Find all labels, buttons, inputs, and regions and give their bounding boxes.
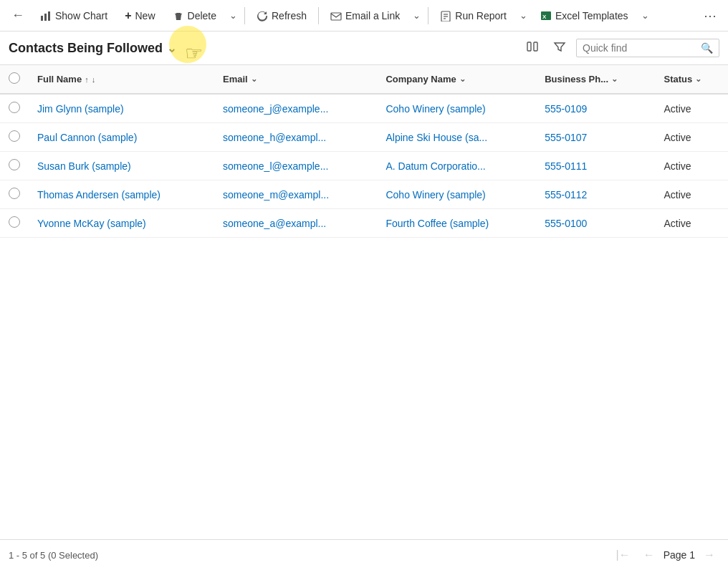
full-name-link[interactable]: Susan Burk (sample) <box>37 160 131 172</box>
select-all-radio[interactable] <box>9 72 20 84</box>
row-select-cell[interactable] <box>0 180 29 209</box>
table-row: Jim Glynn (sample) someone_j@example... … <box>0 94 728 123</box>
cell-business-phone: 555-0111 <box>536 152 655 180</box>
sort-asc-icon[interactable]: ↑ <box>85 75 89 84</box>
full-name-link[interactable]: Jim Glynn (sample) <box>37 103 124 115</box>
filter-icon <box>553 40 566 53</box>
row-radio-0[interactable] <box>9 102 20 113</box>
title-dropdown-chevron[interactable]: ⌄ <box>167 42 176 55</box>
show-chart-label: Show Chart <box>55 10 107 21</box>
refresh-button[interactable]: Refresh <box>249 6 314 26</box>
svg-rect-2 <box>48 11 50 21</box>
phone-link[interactable]: 555-0111 <box>545 160 587 172</box>
cell-status: Active <box>656 180 728 209</box>
col-header-status[interactable]: Status ⌄ <box>656 65 728 94</box>
phone-link[interactable]: 555-0107 <box>545 132 587 143</box>
filter-button[interactable] <box>549 37 570 59</box>
select-all-header[interactable] <box>0 65 29 94</box>
row-select-cell[interactable] <box>0 94 29 123</box>
svg-rect-1 <box>44 14 47 21</box>
col-label-full-name: Full Name <box>37 74 82 84</box>
table-row: Yvonne McKay (sample) someone_a@exampl..… <box>0 209 728 238</box>
svg-text:X: X <box>542 14 547 20</box>
email-link[interactable]: someone_m@exampl... <box>223 189 329 201</box>
cell-business-phone: 555-0107 <box>536 123 655 152</box>
row-radio-3[interactable] <box>9 188 20 199</box>
email-sort-icon[interactable]: ⌄ <box>251 74 257 84</box>
cell-business-phone: 555-0112 <box>536 180 655 209</box>
row-radio-2[interactable] <box>9 159 20 170</box>
list-header: Contacts Being Followed ⌄ 🔍 <box>0 32 728 65</box>
phone-link[interactable]: 555-0112 <box>545 189 587 201</box>
row-select-cell[interactable] <box>0 123 29 152</box>
company-name-link[interactable]: A. Datum Corporatio... <box>385 160 485 172</box>
email-link[interactable]: someone_l@example... <box>223 160 328 172</box>
cell-company-name: Alpine Ski House (sa... <box>377 123 536 152</box>
row-select-cell[interactable] <box>0 152 29 180</box>
cell-full-name: Yvonne McKay (sample) <box>29 209 214 238</box>
excel-dropdown-button[interactable]: ⌄ <box>638 6 652 25</box>
sort-desc-icon[interactable]: ↓ <box>92 75 96 84</box>
list-title-text: Contacts Being Followed <box>9 41 163 56</box>
email-link[interactable]: someone_j@example... <box>223 103 328 115</box>
row-select-cell[interactable] <box>0 209 29 238</box>
column-chooser-button[interactable] <box>522 37 543 59</box>
excel-templates-button[interactable]: X Excel Templates <box>533 6 636 26</box>
email-dropdown-button[interactable]: ⌄ <box>410 6 423 25</box>
full-name-link[interactable]: Paul Cannon (sample) <box>37 132 137 143</box>
table-container: Full Name ↑ ↓ Email ⌄ Company Name ⌄ <box>0 65 728 238</box>
svg-rect-12 <box>527 42 531 51</box>
row-radio-4[interactable] <box>9 216 20 228</box>
more-options-button[interactable]: ⋯ <box>698 4 722 28</box>
col-header-email[interactable]: Email ⌄ <box>214 65 377 94</box>
cell-email: someone_h@exampl... <box>214 123 377 152</box>
search-input[interactable] <box>583 42 696 54</box>
full-name-link[interactable]: Thomas Andersen (sample) <box>37 189 161 201</box>
email-link-button[interactable]: Email a Link <box>323 6 407 26</box>
back-button[interactable]: ← <box>6 4 30 27</box>
cell-full-name: Paul Cannon (sample) <box>29 123 214 152</box>
email-link-label: Email a Link <box>345 10 400 21</box>
plus-icon: + <box>125 9 131 22</box>
header-actions: 🔍 <box>522 37 719 59</box>
email-link[interactable]: someone_h@exampl... <box>223 132 326 143</box>
search-icon: 🔍 <box>701 42 713 54</box>
col-header-full-name[interactable]: Full Name ↑ ↓ <box>29 65 214 94</box>
table-row: Paul Cannon (sample) someone_h@exampl...… <box>0 123 728 152</box>
status-sort-icon[interactable]: ⌄ <box>695 74 701 84</box>
phone-link[interactable]: 555-0109 <box>545 103 587 115</box>
chart-icon <box>40 10 52 21</box>
table-row: Thomas Andersen (sample) someone_m@examp… <box>0 180 728 209</box>
cell-email: someone_j@example... <box>214 94 377 123</box>
company-sort-icon[interactable]: ⌄ <box>459 74 466 84</box>
email-link[interactable]: someone_a@exampl... <box>223 218 326 229</box>
list-title: Contacts Being Followed ⌄ <box>9 41 176 56</box>
company-name-link[interactable]: Alpine Ski House (sa... <box>385 132 487 143</box>
run-report-dropdown-button[interactable]: ⌄ <box>517 6 530 25</box>
phone-sort-icon[interactable]: ⌄ <box>611 74 618 84</box>
search-box[interactable]: 🔍 <box>576 39 719 57</box>
company-name-link[interactable]: Coho Winery (sample) <box>385 103 485 115</box>
company-name-link[interactable]: Coho Winery (sample) <box>385 189 485 201</box>
trash-icon <box>173 10 184 21</box>
phone-link[interactable]: 555-0100 <box>545 218 587 229</box>
col-header-business-phone[interactable]: Business Ph... ⌄ <box>536 65 655 94</box>
delete-button[interactable]: Delete <box>166 6 224 26</box>
excel-icon: X <box>540 10 552 21</box>
row-radio-1[interactable] <box>9 130 20 142</box>
delete-label: Delete <box>188 10 216 21</box>
full-name-link[interactable]: Yvonne McKay (sample) <box>37 218 146 229</box>
column-chooser-icon <box>526 40 539 53</box>
cell-company-name: Coho Winery (sample) <box>377 180 536 209</box>
company-name-link[interactable]: Fourth Coffee (sample) <box>385 218 489 229</box>
show-chart-button[interactable]: Show Chart <box>33 6 115 26</box>
col-header-company-name[interactable]: Company Name ⌄ <box>377 65 536 94</box>
email-icon <box>330 10 342 21</box>
run-report-button[interactable]: Run Report <box>433 6 514 26</box>
new-button[interactable]: + New <box>118 5 162 26</box>
refresh-icon <box>257 10 268 21</box>
delete-dropdown-button[interactable]: ⌄ <box>226 6 240 25</box>
col-label-email: Email <box>223 74 248 84</box>
cell-status: Active <box>656 152 728 180</box>
cell-business-phone: 555-0109 <box>536 94 655 123</box>
